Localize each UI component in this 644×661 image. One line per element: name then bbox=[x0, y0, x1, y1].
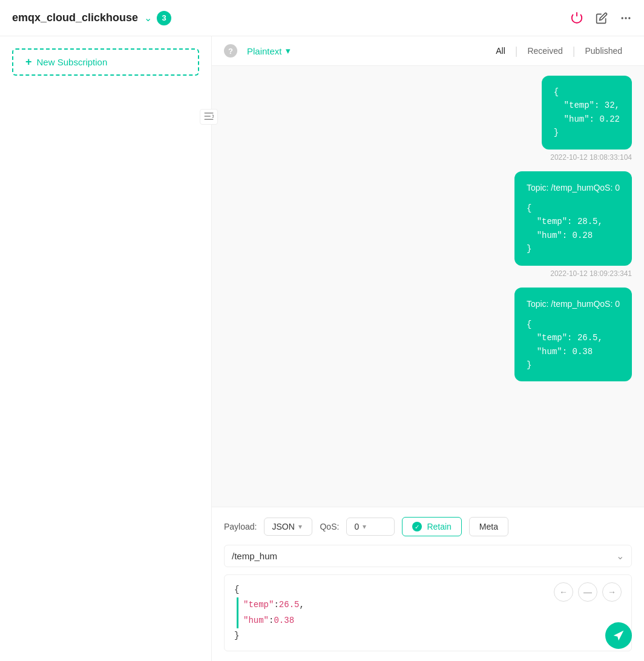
sidebar: + New Subscription bbox=[0, 36, 212, 661]
editor-actions: ← — → bbox=[554, 582, 622, 602]
filter-tab-published[interactable]: Published bbox=[576, 44, 632, 58]
header-actions bbox=[570, 12, 632, 25]
connection-count-badge: 3 bbox=[157, 11, 171, 25]
edit-button[interactable] bbox=[596, 12, 608, 24]
svg-point-2 bbox=[628, 17, 630, 19]
filter-tab-all[interactable]: All bbox=[486, 44, 515, 58]
editor-neutral-button[interactable]: — bbox=[578, 582, 597, 602]
payload-format-value: JSON bbox=[272, 522, 294, 531]
messages-area: { "temp": 32, "hum": 0.22 } 2022-10-12 1… bbox=[212, 66, 644, 507]
svg-point-1 bbox=[625, 17, 626, 19]
meta-label: Meta bbox=[479, 522, 498, 531]
new-subscription-button[interactable]: + New Subscription bbox=[12, 48, 199, 76]
message-bubble: Topic: /temp_hum QoS: 0 { "temp": 28.5, … bbox=[514, 171, 632, 266]
send-button[interactable] bbox=[605, 622, 632, 649]
code-editor[interactable]: { "temp" : 26.5 , "hum" : 0.38 bbox=[224, 574, 632, 651]
retain-check-icon: ✓ bbox=[412, 522, 422, 531]
header: emqx_cloud_clickhouse ⌄ 3 bbox=[0, 0, 644, 36]
code-line-hum: "hum" : 0.38 bbox=[234, 613, 622, 628]
title-chevron-icon[interactable]: ⌄ bbox=[144, 12, 152, 24]
content-area: ? Plaintext ▾ All | Received | Published… bbox=[212, 36, 644, 661]
qos-label: QoS: bbox=[320, 522, 339, 531]
message-bubble: { "temp": 32, "hum": 0.22 } bbox=[542, 76, 632, 150]
message-filter-tabs: All | Received | Published bbox=[486, 44, 632, 58]
format-chevron-icon: ▾ bbox=[286, 45, 291, 56]
code-line-close: } bbox=[234, 628, 622, 643]
svg-rect-5 bbox=[205, 119, 214, 120]
sidebar-collapse-button[interactable] bbox=[200, 109, 218, 125]
qos-value: 0 bbox=[354, 522, 359, 531]
format-dropdown[interactable]: Plaintext ▾ bbox=[247, 45, 291, 56]
svg-point-0 bbox=[622, 17, 623, 19]
content-topbar: ? Plaintext ▾ All | Received | Published bbox=[212, 36, 644, 66]
topic-input[interactable] bbox=[232, 551, 616, 561]
more-options-button[interactable] bbox=[620, 12, 632, 24]
qos-dropdown[interactable]: 0 ▾ bbox=[346, 518, 395, 536]
message-bubble: Topic: /temp_hum QoS: 0 { "temp": 26.5, … bbox=[514, 288, 632, 382]
payload-chevron-icon: ▾ bbox=[298, 522, 302, 531]
message-topic-line: Topic: /temp_hum QoS: 0 bbox=[527, 181, 620, 194]
retain-button[interactable]: ✓ Retain bbox=[402, 517, 461, 536]
main-layout: + New Subscription ? Plaintext ▾ All bbox=[0, 36, 644, 661]
format-label: Plaintext bbox=[247, 46, 282, 56]
power-button[interactable] bbox=[570, 12, 583, 25]
filter-tab-received[interactable]: Received bbox=[518, 44, 572, 58]
qos-chevron-icon: ▾ bbox=[363, 522, 366, 531]
message-qos: QoS: 0 bbox=[593, 297, 620, 311]
svg-rect-3 bbox=[205, 113, 214, 114]
app-title: emqx_cloud_clickhouse bbox=[12, 12, 138, 24]
bottom-panel: Payload: JSON ▾ QoS: 0 ▾ ✓ Retain Meta bbox=[212, 507, 644, 661]
retain-label: Retain bbox=[427, 522, 451, 531]
message-timestamp: 2022-10-12 18:08:33:104 bbox=[224, 153, 632, 162]
message-qos: QoS: 0 bbox=[593, 181, 620, 194]
message-topic-line: Topic: /temp_hum QoS: 0 bbox=[527, 297, 620, 311]
meta-button[interactable]: Meta bbox=[469, 517, 508, 536]
payload-label: Payload: bbox=[224, 522, 257, 531]
message-topic: Topic: /temp_hum bbox=[527, 297, 594, 311]
topic-chevron-icon[interactable]: ⌄ bbox=[616, 550, 624, 562]
help-icon[interactable]: ? bbox=[224, 44, 237, 58]
editor-back-button[interactable]: ← bbox=[554, 582, 573, 602]
bottom-controls: Payload: JSON ▾ QoS: 0 ▾ ✓ Retain Meta bbox=[224, 517, 632, 536]
message-topic: Topic: /temp_hum bbox=[527, 181, 594, 194]
message-timestamp: 2022-10-12 18:09:23:341 bbox=[224, 269, 632, 278]
topic-input-row: ⌄ bbox=[224, 545, 632, 567]
payload-format-dropdown[interactable]: JSON ▾ bbox=[264, 518, 312, 536]
new-subscription-label: New Subscription bbox=[37, 57, 108, 67]
editor-forward-button[interactable]: → bbox=[602, 582, 622, 602]
svg-rect-4 bbox=[205, 116, 211, 117]
plus-icon: + bbox=[25, 56, 32, 68]
